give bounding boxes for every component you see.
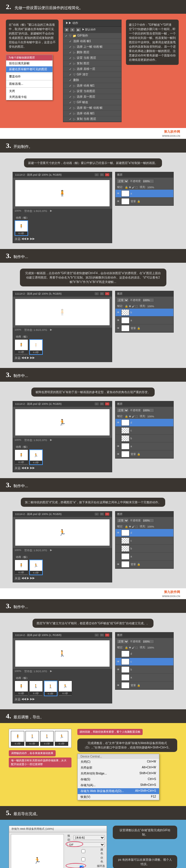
layer-row[interactable]: b (115, 435, 174, 442)
lock-icons[interactable]: 🔒 ✚ 🖌 ⬚ (125, 186, 138, 189)
menu-item[interactable]: 关闭 (6, 88, 52, 94)
animation-panel[interactable]: 动画（帧） 🧍0.1秒 永远◀◀▶▶▶ (13, 214, 112, 243)
frame[interactable]: 🧍0.1秒 (15, 339, 28, 355)
menu-item-highlighted[interactable]: 新建在所有帧中都可见的图层 (6, 66, 52, 72)
context-menu[interactable]: 为每个新帧创建新图层 按住以填充新帧 新建在所有帧中都可见的图层 覆盖动作 面板… (6, 55, 53, 100)
frame[interactable]: 🏃0.1秒 (29, 450, 43, 465)
actions-panel[interactable]: ▶▶ 动作 ■ ● ▶ ▶ 默认动作 ✓▽📁 GIF制作 ✓选择 动画 帧1 ✓… (63, 20, 122, 122)
action-item[interactable]: ✓▷选择 动画 帧1 (63, 83, 121, 89)
layers-panel[interactable]: 图层 正常不透明度: 锁定:🔒 ✚ 🖌 ⬚填充:100% 👁d c b a 👁背… (115, 511, 174, 569)
menu-item[interactable]: 恢复(V)F12 (78, 794, 159, 800)
menu-item[interactable]: 按住以填充新帧 (6, 61, 52, 66)
action-item[interactable]: ✓▷选择 动画 帧1 (63, 111, 121, 116)
actions-tab[interactable]: ▶ 默认动作 (82, 28, 96, 32)
menu-item[interactable]: 存储为(A)...Shift+Ctrl+S (78, 782, 159, 788)
min-btn[interactable]: – (94, 173, 99, 177)
rec-btn[interactable]: ● (70, 28, 74, 32)
layer-row[interactable]: 👁d (115, 529, 174, 537)
action-item[interactable]: ✓选择 动画 帧1 (63, 38, 121, 44)
action-item[interactable]: ✓▷设置 当前 图层 (63, 55, 121, 61)
zoom[interactable]: 100% (15, 209, 21, 213)
close-btn[interactable]: × (105, 173, 110, 177)
action-item[interactable]: ✓▷删除 图层 (63, 50, 121, 55)
ps-document[interactable]: 11114-2 - 副本.psd @ 100% (a, RGB/8)–□× 🧍 … (12, 172, 112, 243)
layer-row[interactable]: a (115, 674, 174, 682)
menu-item[interactable]: 存储(S)Ctrl+S (78, 777, 159, 782)
layers-panel[interactable]: 图层 正常不透明度: 锁定:🔒 ✚ 🖌 ⬚填充:100% d 👁c 👁b a 👁… (115, 632, 174, 690)
action-item[interactable]: ✓删除 (63, 78, 121, 83)
frame[interactable]: 🧍0.1秒 (15, 450, 28, 465)
blend-mode[interactable]: 正常 (116, 179, 129, 184)
frame[interactable]: 🚶0.1秒 (29, 681, 43, 696)
actions-toolbar[interactable]: ■ ● ▶ ▶ 默认动作 (63, 27, 121, 33)
layer-row[interactable]: 👁b (115, 309, 174, 316)
ps-document[interactable]: 11114-2 - 副本.psd @ 100% (c, RGB/8)–□× 🚶 … (12, 632, 112, 704)
menu-item[interactable]: 关闭(C)Ctrl+W (78, 759, 159, 765)
menu-item[interactable]: 关闭全部Alt+Ctrl+W (78, 765, 159, 771)
frame[interactable]: 🧍0.1秒 (15, 220, 28, 236)
frame[interactable]: 🏃0.1秒 (29, 560, 43, 575)
layer-row[interactable]: b (115, 545, 174, 553)
frame[interactable]: 🧍0.1秒 (29, 339, 43, 355)
layer-row[interactable]: 👁b (115, 666, 174, 674)
layer-row[interactable]: 👁背景 🔒 (115, 324, 174, 332)
check[interactable] (68, 858, 99, 861)
layer-row[interactable]: 👁背景 🔒 (115, 197, 174, 206)
action-item[interactable]: ✓▷选择 后一图层 (63, 94, 121, 100)
canvas[interactable]: 🧍 (15, 180, 110, 206)
layers-tab[interactable]: 图层 (115, 172, 174, 178)
layers-panel[interactable]: 图层 正常不透明度: 锁定:🔒 ✚ 🖌 ⬚填充:100% 👁b 👁a 👁背景 🔒 (115, 291, 174, 333)
action-item[interactable]: ✓▷选择 上一帧 动画 帧 (63, 44, 121, 50)
layers-panel[interactable]: 图层 正常不透明度: 锁定:🔒 ✚ 🖌 ⬚填充:100% 👁a 👁背景 🔒 (115, 172, 174, 206)
menu-item[interactable]: 覆盖动作 (6, 74, 52, 80)
layer-row[interactable]: d (115, 650, 174, 658)
check[interactable] (68, 849, 99, 853)
layer-row[interactable]: 👁a (115, 442, 174, 451)
layer-row[interactable]: a (115, 553, 174, 561)
export-dialog[interactable]: 存储为 Web 和设备所用格式 (100%) 🏃 预设:[未命名] GIF 颜色… (9, 826, 107, 868)
menu-item[interactable]: 面板选项... (6, 81, 52, 87)
action-group[interactable]: ✓▽📁 GIF制作 (63, 33, 121, 38)
play-icon[interactable]: ▶ (27, 237, 29, 241)
action-item[interactable]: ✓▷复制 当前 图层 (63, 116, 121, 122)
desc2: 建立2个动作："GIF帧改"+"GIF清空"2个快捷键步骤只有一个相同，即一个的… (126, 20, 179, 65)
action-item[interactable]: ✓▷选择 后移一层 (63, 66, 121, 72)
layer-row[interactable]: 👁背景 🔒 (115, 451, 174, 458)
layer-row[interactable]: 👁背景 🔒 (115, 561, 174, 568)
prev-icon[interactable]: ◀◀ (21, 237, 26, 241)
loop[interactable]: 永远 (15, 237, 21, 241)
frame[interactable]: 🚶0.1秒 (44, 681, 57, 696)
frame[interactable]: 🏃0.1秒 (59, 681, 72, 696)
action-item[interactable]: ✓▷复制 图层 (63, 61, 121, 66)
action-item[interactable]: ✓▽GIF 帧改 (63, 100, 121, 105)
preview[interactable]: 🏃 (11, 834, 64, 868)
play-btn[interactable]: ▶ (76, 28, 81, 32)
action-item[interactable]: ✓▽GIF 清空 (63, 72, 121, 78)
file-menu[interactable]: Device Central... 关闭(C)Ctrl+W 关闭全部Alt+Ct… (77, 754, 159, 800)
max-btn[interactable]: □ (100, 173, 104, 177)
layer-row[interactable]: c (115, 427, 174, 435)
menu-item[interactable]: 关闭选项卡组 (6, 94, 52, 100)
action-item[interactable]: ✓▷设置 当前图层 (63, 89, 121, 94)
menu-item[interactable]: 关闭并转到 Bridge...Shift+Ctrl+W (78, 771, 159, 777)
next-icon[interactable]: ▶▶ (30, 237, 35, 241)
layer-row[interactable]: 👁a (115, 190, 174, 197)
frame[interactable]: 🧍0.1秒 (15, 560, 28, 575)
layers-panel[interactable]: 图层 正常不透明度: 锁定:🔒 ✚ 🖌 ⬚填充:100% 👁d c b 👁a 👁… (115, 401, 174, 459)
menu-item-highlighted[interactable]: 存储为 Web 和设备所用格式(D)...Alt+Shift+Ctrl+S (78, 788, 159, 794)
layer-row[interactable]: 👁背景 🔒 (115, 682, 174, 689)
ps-document[interactable]: 11114-2 - 副本.psd @ 100% (d, RGB/8)–□× 🏃 … (12, 511, 112, 583)
eye-icon[interactable]: 👁 (116, 200, 120, 203)
layer-row[interactable]: 👁c (115, 658, 174, 666)
ps-document[interactable]: 11114-2 - 副本.psd @ 100% (d, RGB/8)–□× 🧍🏃… (12, 401, 112, 472)
layer-row[interactable]: 👁a (115, 316, 174, 324)
preset-select[interactable]: [未命名] (74, 835, 105, 840)
ps-document[interactable]: 11114-2 - 副本.psd @ 100% (b, RGB/8)–□× 🧍 … (12, 291, 112, 362)
stop-btn[interactable]: ■ (64, 28, 69, 32)
opacity[interactable] (142, 179, 154, 183)
layer-row[interactable]: c (115, 537, 174, 545)
eye-icon[interactable]: 👁 (116, 192, 120, 195)
frame[interactable]: 🧍0.1秒 (15, 681, 28, 696)
action-item[interactable]: ✓▷选择 前一帧 动画 帧 (63, 105, 121, 111)
layer-row[interactable]: 👁d (115, 419, 174, 427)
